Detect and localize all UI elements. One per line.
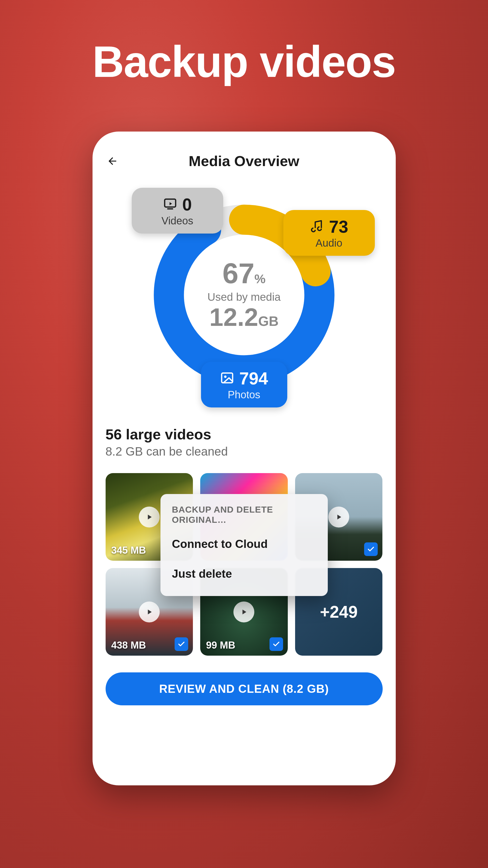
phone-frame: Media Overview 67% Used by media 12.2GB xyxy=(93,131,396,785)
used-label: Used by media xyxy=(207,291,281,303)
section-subtitle: 8.2 GB can be cleaned xyxy=(106,444,383,459)
section-title: 56 large videos xyxy=(106,426,383,443)
svg-rect-4 xyxy=(222,373,233,382)
play-icon xyxy=(233,601,254,622)
video-size: 99 MB xyxy=(206,640,235,651)
back-button[interactable] xyxy=(106,154,119,168)
image-icon xyxy=(220,371,234,386)
video-size: 345 MB xyxy=(111,545,146,556)
more-count: +249 xyxy=(320,602,358,622)
just-delete-option[interactable]: Just delete xyxy=(172,559,316,589)
audio-badge[interactable]: 73 Audio xyxy=(283,210,375,256)
app-header: Media Overview xyxy=(103,147,385,177)
video-screen-icon xyxy=(163,197,177,212)
audio-label: Audio xyxy=(295,237,363,249)
selected-check[interactable] xyxy=(269,637,283,651)
videos-count: 0 xyxy=(182,194,192,214)
play-icon xyxy=(139,601,160,622)
backup-delete-popover: BACKUP AND DELETE ORIGINAL… Connect to C… xyxy=(161,494,328,596)
selected-check[interactable] xyxy=(174,637,188,651)
connect-to-cloud-option[interactable]: Connect to Cloud xyxy=(172,525,316,559)
used-size: 12.2 xyxy=(209,303,258,331)
large-videos-section: 56 large videos 8.2 GB can be cleaned 34… xyxy=(103,413,385,656)
audio-count: 73 xyxy=(329,217,348,237)
photos-badge[interactable]: 794 Photos xyxy=(201,362,287,407)
donut-center: 67% Used by media 12.2GB xyxy=(207,259,281,331)
videos-badge[interactable]: 0 Videos xyxy=(132,188,223,234)
percent-symbol: % xyxy=(254,272,266,286)
popover-title: BACKUP AND DELETE ORIGINAL… xyxy=(172,504,316,525)
media-donut-chart: 67% Used by media 12.2GB 0 Videos xyxy=(103,177,385,413)
selected-check[interactable] xyxy=(364,542,378,556)
videos-label: Videos xyxy=(143,215,212,227)
review-and-clean-button[interactable]: REVIEW AND CLEAN (8.2 GB) xyxy=(106,672,383,705)
arrow-left-icon xyxy=(107,155,118,167)
photos-count: 794 xyxy=(239,369,268,389)
page-title: Media Overview xyxy=(119,152,369,169)
play-icon xyxy=(328,506,349,527)
photos-label: Photos xyxy=(213,389,276,401)
music-note-icon xyxy=(310,219,324,235)
video-grid: 345 MB 438 MB 99 MB +249 BACKUP xyxy=(106,473,383,656)
svg-point-5 xyxy=(224,376,227,378)
used-size-unit: GB xyxy=(258,314,279,329)
play-icon xyxy=(139,506,160,527)
used-percent: 67 xyxy=(222,257,254,289)
video-size: 438 MB xyxy=(111,640,146,651)
hero-title: Backup videos xyxy=(93,37,396,87)
